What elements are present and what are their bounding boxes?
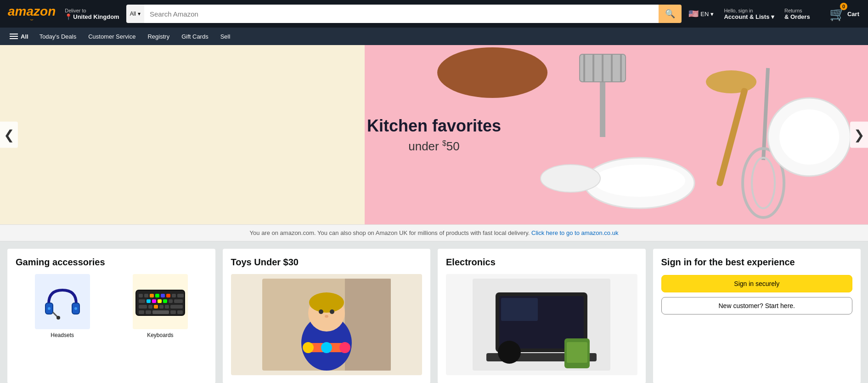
svg-rect-30: [166, 294, 170, 297]
hero-next-button[interactable]: ❯: [850, 122, 868, 148]
svg-rect-49: [170, 310, 176, 314]
svg-rect-39: [174, 299, 183, 303]
language-selector[interactable]: 🇺🇸 EN ▾: [685, 6, 717, 21]
svg-rect-27: [150, 294, 154, 297]
nav-item-customer-service[interactable]: Customer Service: [83, 30, 141, 43]
search-category-select[interactable]: All ▾: [126, 5, 144, 23]
headsets-label: Headsets: [51, 332, 74, 338]
new-customer-button[interactable]: New customer? Start here.: [661, 297, 853, 314]
nav-item-todays-deals[interactable]: Today's Deals: [34, 30, 82, 43]
svg-rect-28: [155, 294, 159, 297]
svg-point-68: [498, 341, 521, 364]
nav-item-gift-cards[interactable]: Gift Cards: [176, 30, 214, 43]
uk-redirect-link[interactable]: Click here to go to amazon.co.uk: [531, 229, 618, 236]
gaming-card-title: Gaming accessories: [16, 257, 207, 268]
hero-title: Kitchen favorites: [367, 116, 501, 136]
toys-card[interactable]: Toys Under $30: [223, 249, 431, 383]
header: amazon ⌣ Deliver to 📍 United Kingdom All…: [0, 0, 868, 28]
electronics-image: [446, 274, 637, 375]
svg-point-56: [319, 309, 323, 314]
deliver-to-label: Deliver to: [65, 8, 119, 13]
cart-button[interactable]: 🛒 0 Cart: [826, 4, 862, 24]
svg-rect-37: [163, 299, 167, 303]
gaming-keyboards-item[interactable]: Keyboards: [113, 274, 207, 338]
uk-redirect-bar: You are on amazon.com. You can also shop…: [0, 224, 868, 241]
deliver-country: 📍 United Kingdom: [65, 13, 119, 20]
svg-rect-70: [567, 342, 587, 363]
svg-point-17: [541, 165, 600, 192]
signin-title: Sign in for the best experience: [661, 257, 853, 268]
svg-point-8: [706, 70, 756, 93]
signin-card: Sign in for the best experience Sign in …: [653, 249, 861, 383]
right-arrow-icon: ❯: [854, 128, 864, 142]
cart-icon-wrap: 🛒 0: [829, 6, 845, 22]
gaming-card-items: Headsets: [16, 274, 207, 338]
lang-chevron-icon: ▾: [710, 11, 714, 17]
nav-item-registry[interactable]: Registry: [142, 30, 175, 43]
svg-point-23: [74, 307, 77, 310]
account-menu[interactable]: Hello, sign in Account & Lists ▾: [721, 6, 778, 23]
svg-rect-29: [161, 294, 165, 297]
svg-point-11: [593, 165, 685, 197]
hero-subtitle: under $50: [367, 139, 501, 154]
toys-card-title: Toys Under $30: [231, 257, 423, 268]
gaming-headsets-item[interactable]: Headsets: [16, 274, 109, 338]
keyboard-image: [133, 274, 188, 329]
svg-rect-33: [139, 299, 145, 303]
svg-point-58: [325, 315, 328, 318]
svg-rect-44: [165, 305, 169, 309]
left-arrow-icon: ❮: [4, 128, 14, 142]
svg-point-55: [309, 292, 344, 313]
svg-point-22: [48, 307, 51, 310]
hero-prev-button[interactable]: ❮: [0, 122, 18, 148]
headset-image: [35, 274, 90, 329]
returns-orders[interactable]: Returns & Orders: [781, 6, 823, 23]
chevron-down-icon: ▾: [138, 11, 141, 17]
nav-bar: All Today's Deals Customer Service Regis…: [0, 28, 868, 45]
svg-point-61: [321, 342, 332, 353]
toys-image: [231, 274, 423, 375]
electronics-card-title: Electronics: [446, 257, 637, 268]
svg-rect-42: [154, 305, 158, 309]
svg-rect-43: [159, 305, 163, 309]
svg-rect-38: [169, 299, 173, 303]
nav-all-menu[interactable]: All: [6, 30, 33, 43]
svg-rect-34: [147, 299, 151, 303]
svg-point-0: [437, 47, 547, 98]
svg-rect-48: [152, 310, 169, 314]
svg-rect-32: [177, 294, 184, 297]
signin-button[interactable]: Sign in securely: [661, 275, 853, 292]
svg-rect-40: [139, 305, 147, 309]
search-input[interactable]: [144, 5, 659, 23]
electronics-card[interactable]: Electronics: [438, 249, 646, 383]
search-button[interactable]: 🔍: [659, 5, 682, 23]
amazon-logo[interactable]: amazon ⌣: [6, 3, 58, 25]
header-actions: 🇺🇸 EN ▾ Hello, sign in Account & Lists ▾…: [685, 4, 862, 24]
hero-content: Kitchen favorites under $50: [367, 116, 501, 154]
svg-rect-31: [172, 294, 176, 297]
svg-rect-50: [177, 310, 183, 314]
keyboards-label: Keyboards: [147, 332, 173, 338]
svg-rect-45: [170, 305, 183, 309]
svg-point-16: [779, 109, 839, 165]
hero-banner: Kitchen favorites under $50: [0, 45, 868, 224]
svg-point-60: [303, 342, 314, 353]
svg-point-62: [339, 342, 350, 353]
deliver-location[interactable]: Deliver to 📍 United Kingdom: [62, 6, 122, 23]
nav-item-sell[interactable]: Sell: [215, 30, 236, 43]
svg-line-12: [763, 68, 768, 160]
gaming-card: Gaming accessories: [7, 249, 215, 383]
search-icon: 🔍: [665, 9, 675, 19]
svg-rect-36: [158, 299, 162, 303]
search-form: All ▾ 🔍: [126, 5, 682, 23]
svg-point-14: [752, 158, 775, 208]
svg-rect-35: [152, 299, 156, 303]
svg-rect-26: [144, 294, 148, 297]
svg-rect-52: [345, 279, 391, 371]
flag-icon: 🇺🇸: [688, 9, 699, 19]
location-icon: 📍: [65, 13, 72, 20]
svg-rect-47: [146, 310, 151, 314]
svg-rect-46: [139, 310, 144, 314]
svg-point-57: [330, 309, 334, 314]
cart-count: 0: [840, 3, 847, 10]
